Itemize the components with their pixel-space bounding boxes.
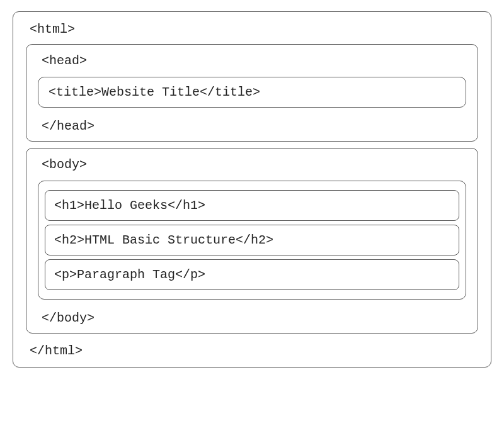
body-box: <body> <h1>Hello Geeks</h1> <h2>HTML Bas…	[26, 148, 478, 334]
p-box: <p>Paragraph Tag</p>	[45, 259, 459, 290]
h2-box: <h2>HTML Basic Structure</h2>	[45, 225, 459, 255]
h2-tag-text: <h2>HTML Basic Structure</h2>	[54, 233, 273, 247]
html-box: <html> <head> <title>Website Title</titl…	[13, 11, 491, 368]
h1-tag-text: <h1>Hello Geeks</h1>	[54, 198, 205, 213]
body-open-tag: <body>	[38, 154, 466, 177]
html-close-tag: </html>	[26, 339, 478, 361]
body-close-tag: </body>	[38, 306, 466, 328]
p-tag-text: <p>Paragraph Tag</p>	[54, 267, 205, 282]
h1-box: <h1>Hello Geeks</h1>	[45, 190, 459, 221]
head-open-tag: <head>	[38, 50, 466, 73]
html-open-tag: <html>	[26, 18, 478, 42]
title-box: <title>Website Title</title>	[38, 77, 466, 108]
head-close-tag: </head>	[38, 114, 466, 136]
title-tag-text: <title>Website Title</title>	[49, 85, 260, 99]
body-content-wrap: <h1>Hello Geeks</h1> <h2>HTML Basic Stru…	[38, 181, 466, 300]
head-box: <head> <title>Website Title</title> </he…	[26, 44, 478, 142]
